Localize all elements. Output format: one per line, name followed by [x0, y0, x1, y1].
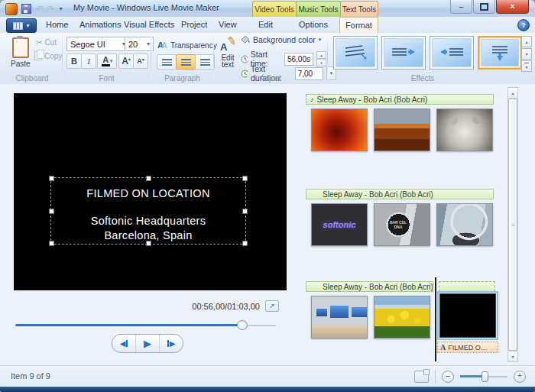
scrollbar-thumb[interactable]: ≡ — [508, 99, 517, 351]
copy-button[interactable]: Copy — [34, 51, 62, 60]
scrollbar-up-icon[interactable]: ▴ — [508, 88, 517, 99]
align-left-button[interactable] — [157, 54, 177, 70]
handle-mid-left[interactable] — [49, 209, 54, 214]
fullscreen-preview-icon[interactable]: ↗ — [265, 300, 279, 312]
music-track-bar-3b[interactable] — [439, 281, 495, 292]
tab-animations[interactable]: Animations — [79, 17, 121, 33]
grow-font-button[interactable]: A▴ — [118, 53, 134, 69]
effect-fly-diagonal[interactable] — [333, 36, 378, 70]
minimize-button[interactable]: – — [450, 0, 472, 14]
italic-button[interactable]: I — [81, 53, 96, 69]
zoom-slider-thumb[interactable] — [481, 371, 488, 382]
handle-mid-right[interactable] — [242, 209, 248, 214]
thumbnail-red-flower[interactable] — [311, 109, 368, 151]
zoom-out-button[interactable]: – — [442, 371, 454, 383]
gallery-more-button[interactable]: ▾ — [521, 60, 532, 72]
tab-options[interactable]: Options — [299, 17, 328, 33]
align-center-button[interactable] — [176, 54, 196, 70]
handle-bottom-center[interactable] — [146, 241, 151, 246]
application-menu-button[interactable]: ▾ — [6, 18, 37, 33]
font-family-combobox[interactable]: Segoe UI ▾ — [66, 37, 129, 51]
music-track-bar-2[interactable]: Sleep Away - Bob Acri (Bob Acri) — [306, 189, 494, 199]
redo-icon[interactable]: ↷ — [47, 5, 54, 13]
previous-frame-button[interactable]: ◀ — [112, 335, 136, 352]
paste-button[interactable]: Paste — [8, 35, 34, 70]
thumbnail-desert-mesa[interactable] — [374, 109, 430, 151]
group-effects: ▴ ▾ ▾ Effects — [329, 33, 524, 84]
app-icon[interactable] — [5, 3, 18, 15]
music-track-bar-1[interactable]: ♪ Sleep Away - Bob Acri (Bob Acri) — [306, 94, 494, 105]
contextual-tab-music-tools[interactable]: Music Tools — [296, 1, 341, 17]
group-font: Segoe UI ▾ 20 ▾ B I A ▾ A▴ A▾ Fo — [63, 33, 150, 84]
font-size-dropdown-icon: ▾ — [147, 40, 150, 47]
maximize-icon — [480, 3, 488, 11]
playhead[interactable] — [435, 277, 436, 361]
tab-edit[interactable]: Edit — [258, 17, 273, 33]
thumbnail-koala[interactable] — [436, 109, 493, 151]
transparency-button[interactable]: AA Transparency — [154, 37, 221, 53]
shrink-font-button[interactable]: A▾ — [133, 53, 148, 69]
thumbnail-barcelona-sign[interactable]: BAR CEL ONA — [374, 203, 430, 246]
tab-project[interactable]: Project — [181, 17, 207, 33]
handle-bottom-right[interactable] — [242, 241, 248, 246]
effect-fly-in-left[interactable] — [430, 36, 474, 70]
save-icon[interactable] — [21, 4, 31, 14]
quick-access-toolbar: ↶ ↷ ▾ — [21, 2, 62, 15]
background-color-button[interactable]: Background color ▾ — [241, 35, 321, 44]
gallery-more-bar — [524, 63, 529, 63]
tab-view[interactable]: View — [219, 17, 237, 33]
paint-bucket-icon — [241, 35, 250, 44]
storyboard-scrollbar[interactable]: ▴ ≡ ▾ — [507, 87, 518, 362]
start-time-input[interactable]: 56,00s — [284, 53, 313, 66]
font-size-combobox[interactable]: 20 ▾ — [125, 37, 154, 51]
thumbnail-softonic-sign[interactable]: softonic — [311, 203, 368, 246]
help-icon[interactable]: ? — [517, 19, 530, 31]
align-right-button[interactable] — [195, 54, 215, 70]
effect-fly-up-selected[interactable] — [478, 36, 522, 70]
effect-fly-in-right[interactable] — [381, 36, 426, 70]
close-button[interactable]: × — [496, 0, 529, 14]
selected-title-clip[interactable] — [437, 291, 498, 340]
font-color-button[interactable]: A ▾ — [97, 53, 117, 69]
handle-bottom-left[interactable] — [49, 241, 54, 246]
tab-format[interactable]: Format — [339, 17, 378, 34]
maximize-button[interactable] — [473, 0, 495, 14]
qat-dropdown-icon[interactable]: ▾ — [59, 5, 62, 12]
zoom-in-button[interactable]: + — [514, 371, 526, 383]
film-icon — [13, 22, 23, 30]
barcelona-sign-text: BAR CEL ONA — [387, 220, 409, 229]
group-clipboard: Paste ✂ Cut Copy Clipboard — [3, 33, 61, 84]
thumbnail-yellow-tulips[interactable] — [374, 296, 430, 339]
title-clip-caption[interactable]: A FILMED O… — [437, 342, 498, 353]
cut-button[interactable]: ✂ Cut — [36, 38, 57, 47]
scrollbar-down-icon[interactable]: ▾ — [508, 351, 517, 361]
music-track-bar-3[interactable]: Sleep Away - Bob Acri (Bob Acri) — [306, 281, 433, 292]
edit-text-label-2: text — [222, 60, 234, 69]
play-button[interactable]: ▶ — [136, 335, 160, 352]
undo-icon[interactable]: ↶ — [36, 5, 43, 13]
appmenu-dropdown-icon: ▾ — [26, 22, 29, 29]
tab-visual-effects[interactable]: Visual Effects — [124, 17, 174, 33]
zoom-slider[interactable] — [460, 371, 507, 383]
preview-monitor[interactable]: FILMED ON LOCATION Softonic Headquarters… — [14, 93, 287, 290]
title-bar[interactable]: ↶ ↷ ▾ My Movie - Windows Live Movie Make… — [0, 0, 535, 17]
gallery-scroll-up-icon[interactable]: ▴ — [521, 36, 532, 47]
gallery-scroll-down-icon[interactable]: ▾ — [521, 48, 532, 60]
handle-top-center[interactable] — [146, 176, 151, 181]
thumbnail-office-monitors[interactable] — [311, 296, 368, 339]
edit-text-button[interactable]: A✎ Edit text — [215, 35, 241, 71]
title-text-box[interactable]: FILMED ON LOCATION Softonic Headquarters… — [50, 177, 246, 245]
contextual-tab-video-tools[interactable]: Video Tools — [252, 1, 297, 17]
seek-thumb[interactable] — [237, 320, 248, 330]
contextual-tab-text-tools[interactable]: Text Tools — [340, 1, 378, 17]
handle-top-right[interactable] — [242, 176, 248, 181]
spin-up-icon[interactable]: ▴ — [316, 51, 326, 59]
handle-top-left[interactable] — [49, 176, 54, 181]
thumbnail-size-icon[interactable] — [414, 371, 429, 383]
tab-home[interactable]: Home — [46, 17, 68, 33]
seek-bar[interactable] — [15, 320, 276, 330]
bold-button[interactable]: B — [66, 53, 82, 69]
paste-label: Paste — [11, 60, 31, 68]
thumbnail-office-window[interactable] — [436, 203, 493, 246]
next-frame-button[interactable]: ▶ — [160, 335, 183, 352]
